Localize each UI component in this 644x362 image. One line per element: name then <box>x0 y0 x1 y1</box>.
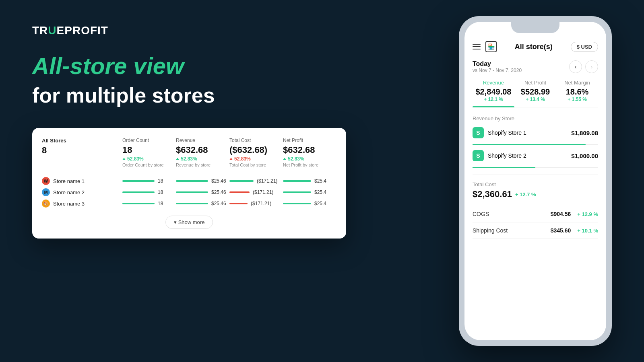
revenue-sub: Revenue by store <box>176 162 229 167</box>
tab-value-revenue: $2,849.08 <box>473 87 514 97</box>
store-item-value-0: $1,809.08 <box>571 130 598 136</box>
metric-tabs: Revenue $2,849.08 + 12.1 % Net Profit $5… <box>473 80 598 107</box>
col-header-orders: Order Count <box>122 138 176 143</box>
arrow-up-revenue <box>176 158 179 160</box>
store-item-left-0: S Shopify Store 1 <box>473 127 526 138</box>
total-cost-sub: Total Cost by store <box>229 162 283 167</box>
store-icon: 🏪 <box>485 41 497 52</box>
store-name-0: Store name 1 <box>53 178 85 184</box>
menu-button[interactable] <box>473 44 481 49</box>
cost-row-1: Shipping Cost $345.60 + 10.1 % <box>473 222 598 239</box>
phone-notch <box>511 22 559 33</box>
np-bar-cell-0: $25.4 <box>283 178 336 184</box>
cost-value-change: + 12.7 % <box>515 191 536 197</box>
cost-row-right-1: $345.60 + 10.1 % <box>551 227 598 234</box>
prev-arrow[interactable]: ‹ <box>569 60 582 73</box>
cost-row-label-1: Shipping Cost <box>473 227 508 234</box>
col-header-all-stores: All Stores <box>42 138 122 144</box>
store-bar-bg-1 <box>473 167 598 168</box>
date-label: Today <box>473 60 522 68</box>
store-cell-1: M Store name 2 <box>42 188 122 196</box>
right-panel: 🏪 All store(s) $ USD Today vs Nov 7 - No… <box>443 0 644 362</box>
col-all-stores: All Stores 8 <box>42 138 122 167</box>
store-icon-1: M <box>42 188 50 196</box>
phone-content: 🏪 All store(s) $ USD Today vs Nov 7 - No… <box>464 33 606 340</box>
metric-tab-revenue[interactable]: Revenue $2,849.08 + 12.1 % <box>473 80 514 107</box>
tab-label-revenue: Revenue <box>473 80 514 86</box>
cost-val-2: ($171.21) <box>251 201 271 206</box>
show-more-button[interactable]: ▾ Show more <box>165 216 213 229</box>
np-bar-1 <box>283 191 311 193</box>
order-val-1: 18 <box>158 189 163 195</box>
store-items-container: S Shopify Store 1 $1,809.08 S Shopify St… <box>473 127 598 168</box>
phone-mockup: 🏪 All store(s) $ USD Today vs Nov 7 - No… <box>459 16 612 346</box>
logo-accent: U <box>48 24 56 37</box>
metric-tab-net_profit[interactable]: Net Profit $528.99 + 13.4 % <box>514 80 556 107</box>
np-bar-2 <box>283 203 311 204</box>
phone-screen: 🏪 All store(s) $ USD Today vs Nov 7 - No… <box>464 22 606 340</box>
store-cell-2: 🎨 Store name 3 <box>42 200 122 208</box>
order-count-sub: Order Count by store <box>122 162 176 167</box>
cost-bar-cell-0: ($171.21) <box>229 178 283 184</box>
table-body: W Store name 1 18 $25.46 ($171.21) $25.4 <box>42 177 336 208</box>
date-section: Today vs Nov 7 - Nov 7, 2020 ‹ › <box>473 60 598 73</box>
revenue-val-0: $25.46 <box>211 178 226 184</box>
arrow-up-cost <box>229 158 233 160</box>
revenue-pct: 52.83% <box>176 156 229 162</box>
cost-val-0: ($171.21) <box>257 178 277 184</box>
logo-text: TRUEPROFIT <box>32 24 108 37</box>
store-name-2: Store name 3 <box>53 201 85 207</box>
store-bar-fill-1 <box>473 167 535 168</box>
cost-row-value-1: $345.60 <box>551 227 571 234</box>
cost-bar-1 <box>229 191 250 193</box>
order-bar-0 <box>122 180 155 182</box>
cost-bar-cell-1: ($171.21) <box>229 189 283 195</box>
cost-label: Total Cost <box>473 181 598 187</box>
logo: TRUEPROFIT <box>32 24 419 37</box>
order-bar-2 <box>122 203 155 204</box>
store-bar-bg-0 <box>473 144 598 145</box>
tab-change-net_profit: + 13.4 % <box>514 97 556 102</box>
tab-change-revenue: + 12.1 % <box>473 97 514 102</box>
show-more-label: Show more <box>178 219 205 225</box>
arrow-up-orders <box>122 158 126 160</box>
np-bar-cell-1: $25.4 <box>283 189 336 195</box>
np-val-2: $25.4 <box>314 201 326 206</box>
metric-tab-net_margin[interactable]: Net Margin 18.6% + 1.55 % <box>556 80 598 107</box>
store-name-1: Store name 2 <box>53 189 85 195</box>
revenue-bar-cell-1: $25.46 <box>176 189 229 195</box>
nav-arrows: ‹ › <box>569 60 598 73</box>
phone-title: All store(s) <box>515 43 553 51</box>
revenue-bar-cell-0: $25.46 <box>176 178 229 184</box>
store-icon-2: 🎨 <box>42 200 50 208</box>
revenue-val-2: $25.46 <box>211 201 226 206</box>
cost-val-1: ($171.21) <box>253 189 273 195</box>
dashboard-table: All Stores 8 Order Count 18 52.83% Order… <box>42 138 336 229</box>
order-bar-1 <box>122 191 155 193</box>
phone-nav: 🏪 <box>473 41 497 52</box>
store-bar-fill-0 <box>473 144 586 145</box>
order-count-value: 18 <box>122 145 176 155</box>
store-item-0: S Shopify Store 1 $1,809.08 <box>473 127 598 145</box>
cost-row-change-0: + 12.9 % <box>577 211 598 217</box>
table-row: W Store name 1 18 $25.46 ($171.21) $25.4 <box>42 177 336 185</box>
revenue-value: $632.68 <box>176 145 229 155</box>
store-cell-0: W Store name 1 <box>42 177 122 185</box>
np-val-0: $25.4 <box>314 178 326 184</box>
tab-label-net_profit: Net Profit <box>514 80 556 86</box>
currency-selector[interactable]: $ USD <box>571 42 598 52</box>
cost-bar-cell-2: ($171.21) <box>229 201 283 206</box>
cost-row-change-1: + 10.1 % <box>577 228 598 234</box>
table-row: 🎨 Store name 3 18 $25.46 ($171.21) $25.4 <box>42 200 336 208</box>
order-bar-cell-2: 18 <box>122 201 176 206</box>
revenue-bar-1 <box>176 191 208 193</box>
cost-row-right-0: $904.56 + 12.9 % <box>551 211 598 217</box>
col-revenue: Revenue $632.68 52.83% Revenue by store <box>176 138 229 167</box>
left-panel: TRUEPROFIT All-store view for multiple s… <box>0 0 443 362</box>
revenue-bar-2 <box>176 203 208 204</box>
col-total-cost: Total Cost ($632.68) 52.83% Total Cost b… <box>229 138 283 167</box>
net-profit-value: $632.68 <box>283 145 336 155</box>
net-profit-pct: 52.83% <box>283 156 336 162</box>
order-count-pct: 52.83% <box>122 156 176 162</box>
next-arrow[interactable]: › <box>585 60 598 73</box>
